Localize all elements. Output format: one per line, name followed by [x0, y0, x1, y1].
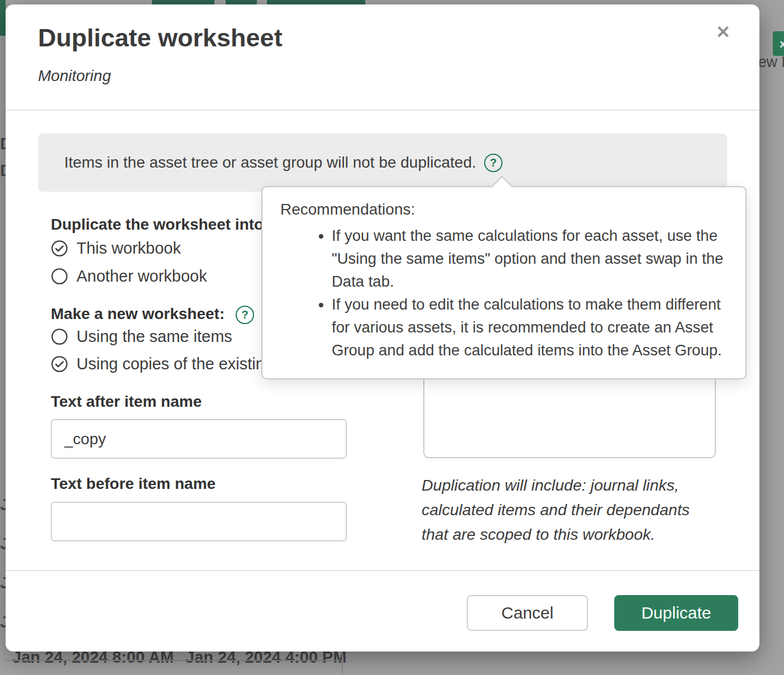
info-banner: Items in the asset tree or asset group w…: [38, 134, 727, 192]
radio-checked-icon: [51, 355, 68, 373]
close-icon[interactable]: ✕: [716, 23, 730, 41]
section-label-text: Make a new worksheet:: [51, 305, 224, 322]
header-divider: [6, 110, 759, 111]
radio-unchecked-icon: [51, 268, 68, 285]
label-text-after-item-name: Text after item name: [51, 393, 202, 411]
radio-checked-icon: [51, 240, 68, 257]
radio-this-workbook[interactable]: This workbook: [51, 239, 181, 258]
info-banner-text: Items in the asset tree or asset group w…: [64, 154, 476, 172]
table-divider: [342, 652, 343, 675]
radio-unchecked-icon: [51, 328, 68, 345]
make-new-worksheet-help-icon[interactable]: ?: [236, 306, 254, 324]
radio-label: Another workbook: [77, 267, 207, 286]
text-before-input[interactable]: [51, 502, 347, 541]
radio-using-same-items[interactable]: Using the same items: [51, 327, 232, 346]
duplicate-button[interactable]: Duplicate: [614, 595, 738, 631]
footer-divider: [6, 570, 759, 571]
radio-label: This workbook: [77, 239, 181, 258]
radio-label: Using the same items: [77, 327, 232, 346]
dialog-subtitle: Monitoring: [38, 67, 111, 85]
screen: D D J J J J Jan 24, 2024 8:00 AM Jan 24,…: [0, 0, 784, 675]
recommendations-tooltip: Recommendations: If you want the same ca…: [261, 186, 747, 379]
cancel-button[interactable]: Cancel: [467, 595, 588, 631]
section-label-make-new-worksheet: Make a new worksheet: ?: [51, 305, 254, 324]
label-text-before-item-name: Text before item name: [51, 475, 216, 493]
duplicate-worksheet-dialog: Duplicate worksheet Monitoring ✕ Items i…: [6, 4, 759, 652]
section-label-duplicate-into: Duplicate the worksheet into:: [51, 216, 269, 234]
table-divider: [6, 660, 341, 661]
tooltip-title: Recommendations:: [280, 201, 731, 218]
dialog-title: Duplicate worksheet: [38, 23, 283, 53]
excel-export-icon: x: [773, 31, 784, 56]
tooltip-item: If you want the same calculations for ea…: [332, 224, 728, 293]
tooltip-item: If you need to edit the calculations to …: [332, 293, 728, 362]
radio-another-workbook[interactable]: Another workbook: [51, 267, 207, 286]
text-after-input[interactable]: [51, 419, 347, 459]
tooltip-list: If you want the same calculations for ea…: [280, 224, 731, 362]
help-icon[interactable]: ?: [484, 154, 503, 172]
header-logo-fragment: [0, 0, 6, 36]
duplication-note: Duplication will include: journal links,…: [422, 473, 701, 546]
